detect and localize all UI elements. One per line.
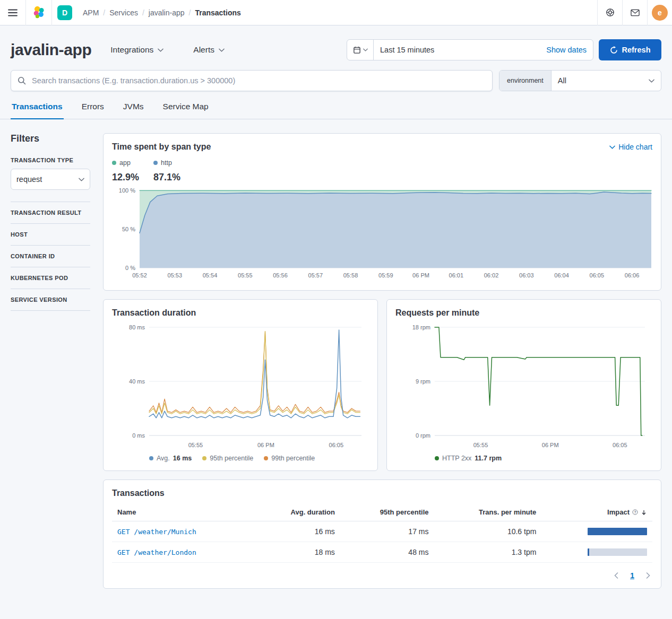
charts-row: Transaction duration 0 ms40 ms80 ms05:55… (103, 299, 661, 471)
legend-item-http-2xx[interactable]: HTTP 2xx 11.7 rpm (435, 455, 502, 462)
page-number[interactable]: 1 (630, 571, 634, 580)
search-row: environment All (0, 70, 672, 91)
integrations-label: Integrations (110, 45, 153, 55)
svg-text:05:55: 05:55 (238, 272, 253, 278)
p95-cell: 48 ms (340, 542, 434, 563)
table-row: GET /weather/London 18 ms 48 ms 1.3 tpm (112, 542, 652, 563)
alerts-menu[interactable]: Alerts (193, 45, 225, 55)
divider (51, 0, 52, 25)
legend-item-95th[interactable]: 95th percentile (202, 455, 253, 462)
refresh-button[interactable]: Refresh (599, 39, 661, 60)
avg-duration-cell: 18 ms (254, 542, 340, 563)
hide-chart-label: Hide chart (618, 143, 652, 151)
previous-page-icon[interactable] (614, 572, 618, 579)
transaction-type-label: TRANSACTION TYPE (11, 157, 90, 163)
column-header-avg-duration[interactable]: Avg. duration (254, 503, 340, 521)
transactions-title: Transactions (112, 489, 652, 498)
impact-bar (588, 548, 589, 556)
svg-text:40 ms: 40 ms (129, 378, 145, 385)
environment-value: All (558, 76, 566, 85)
menu-button[interactable] (0, 0, 25, 25)
transaction-link[interactable]: GET /weather/London (117, 548, 196, 556)
help-button[interactable] (597, 0, 622, 25)
avatar: e (652, 5, 668, 21)
facet-transaction-result: TRANSACTION RESULT (11, 202, 90, 224)
svg-text:06:03: 06:03 (519, 272, 534, 278)
tab-jvms[interactable]: JVMs (122, 100, 145, 119)
refresh-icon (610, 46, 618, 54)
refresh-label: Refresh (622, 46, 651, 54)
column-header-95th[interactable]: 95th percentile (340, 503, 434, 521)
column-header-impact[interactable]: Impact ? (541, 503, 652, 521)
tab-service-map[interactable]: Service Map (162, 100, 210, 119)
legend-item-http[interactable]: http (153, 159, 195, 167)
legend-label: Avg. (157, 455, 170, 462)
span-type-chart[interactable]: 0 %50 %100 %05:5205:5305:5405:5505:5605:… (112, 187, 652, 282)
chevron-down-icon (79, 178, 84, 181)
svg-text:06:01: 06:01 (449, 272, 464, 278)
quick-select-button[interactable] (347, 40, 374, 60)
legend-label: 95th percentile (210, 455, 253, 462)
legend-label: http (161, 159, 172, 167)
svg-text:05:54: 05:54 (203, 272, 218, 278)
legend-label: HTTP 2xx (442, 455, 471, 462)
legend-label: app (119, 159, 131, 167)
chevron-down-icon (649, 79, 654, 83)
content: Filters TRANSACTION TYPE request TRANSAC… (0, 119, 672, 596)
column-header-tpm[interactable]: Trans. per minute (434, 503, 541, 521)
svg-text:05:59: 05:59 (378, 272, 393, 278)
breadcrumb: APM Services javalin-app Transactions (83, 8, 241, 17)
legend-value: 11.7 rpm (475, 455, 502, 462)
svg-text:06 PM: 06 PM (542, 442, 559, 448)
transaction-link[interactable]: GET /weather/Munich (117, 528, 196, 536)
svg-text:06:05: 06:05 (329, 442, 344, 448)
legend-item-avg[interactable]: Avg. 16 ms (149, 455, 192, 462)
next-page-icon[interactable] (646, 572, 650, 579)
svg-text:05:58: 05:58 (343, 272, 358, 278)
legend-item-99th[interactable]: 99th percentile (264, 455, 315, 462)
impact-label: Impact (607, 508, 630, 516)
tab-errors[interactable]: Errors (81, 100, 105, 119)
time-range-value[interactable]: Last 15 minutes (374, 46, 434, 54)
environment-select[interactable]: All (552, 71, 661, 91)
duration-legend: Avg. 16 ms 95th percentile 99th percenti… (149, 455, 369, 462)
svg-text:06:05: 06:05 (613, 442, 627, 448)
space-badge[interactable]: D (57, 5, 72, 20)
svg-text:06 PM: 06 PM (257, 442, 274, 448)
svg-text:05:57: 05:57 (308, 272, 323, 278)
legend-item-app[interactable]: app (112, 159, 153, 167)
svg-text:05:52: 05:52 (132, 272, 147, 278)
transactions-table: Name Avg. duration 95th percentile Trans… (112, 503, 652, 563)
impact-bar-track (588, 548, 647, 556)
tab-transactions[interactable]: Transactions (11, 100, 64, 119)
newsfeed-button[interactable] (622, 0, 647, 25)
chevron-down-icon (158, 48, 163, 52)
transactions-panel: Transactions Name Avg. duration 95th per… (103, 479, 661, 589)
breadcrumb-apm[interactable]: APM (83, 8, 99, 17)
transaction-duration-chart[interactable]: 0 ms40 ms80 ms05:5506 PM06:05 (112, 322, 369, 451)
svg-text:18 rpm: 18 rpm (412, 324, 430, 330)
rpm-legend: HTTP 2xx 11.7 rpm (435, 455, 652, 462)
show-dates-link[interactable]: Show dates (546, 46, 593, 54)
breadcrumb-service-name[interactable]: javalin-app (142, 8, 185, 17)
breadcrumb-services[interactable]: Services (103, 8, 138, 17)
transaction-type-select[interactable]: request (11, 169, 90, 190)
chevron-down-icon (219, 48, 225, 52)
requests-per-minute-chart[interactable]: 0 rpm9 rpm18 rpm05:5506 PM06:05 (395, 322, 652, 451)
span-type-legend: app 12.9% http 87.1% (112, 159, 652, 183)
column-header-name[interactable]: Name (112, 503, 254, 521)
svg-text:06:04: 06:04 (554, 272, 569, 278)
user-menu-button[interactable]: e (647, 0, 672, 25)
search-input[interactable] (31, 76, 486, 85)
elastic-logo-button[interactable] (26, 0, 51, 25)
table-row: GET /weather/Munich 16 ms 17 ms 10.6 tpm (112, 521, 652, 542)
svg-text:06:05: 06:05 (590, 272, 605, 278)
http-percent: 87.1% (153, 172, 195, 183)
svg-text:05:56: 05:56 (273, 272, 288, 278)
http-2xx-legend-dot (435, 456, 439, 460)
svg-text:80 ms: 80 ms (129, 324, 145, 330)
integrations-menu[interactable]: Integrations (110, 45, 163, 55)
hide-chart-link[interactable]: Hide chart (609, 143, 652, 151)
svg-text:05:55: 05:55 (188, 442, 203, 448)
svg-text:9 rpm: 9 rpm (416, 378, 430, 385)
